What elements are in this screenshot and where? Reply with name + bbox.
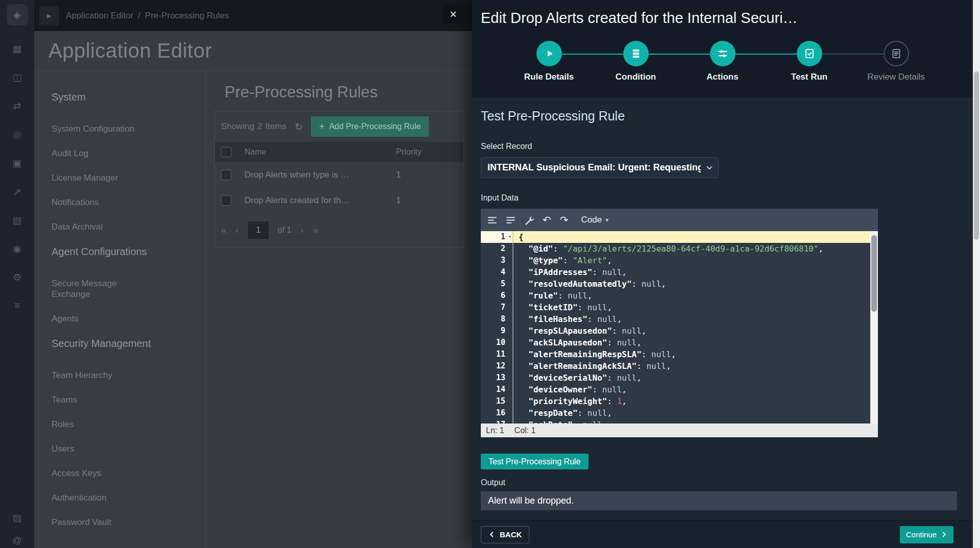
nav-item-notifications[interactable]: Notifications (52, 197, 146, 208)
code-line[interactable]: 4 "iPAddresses": null, (481, 266, 878, 278)
name-column-header[interactable]: Name (244, 147, 396, 157)
line-number: 13 (481, 372, 513, 384)
next-page-button[interactable]: › (301, 225, 304, 236)
items-count: 2 (257, 121, 262, 132)
record-select[interactable]: INTERNAL Suspicious Email: Urgent: Reque… (481, 157, 719, 178)
nav-item-system-configuration[interactable]: System Configuration (52, 123, 146, 134)
nav-item-teams[interactable]: Teams (52, 394, 146, 405)
step-condition[interactable]: Condition (593, 41, 679, 82)
section-heading: Test Pre-Processing Rule (481, 109, 957, 123)
rule-name-cell: Drop Alerts created for th… (244, 195, 396, 206)
step-review-details[interactable]: Review Details (853, 41, 940, 82)
nav-item-agents[interactable]: Agents (52, 313, 146, 324)
editor-scrollbar[interactable] (870, 231, 878, 424)
last-page-button[interactable]: » (313, 225, 318, 236)
priority-column-header[interactable]: Priority (396, 147, 457, 157)
code-line[interactable]: 5 "resolvedAutomatedly": null, (481, 278, 878, 290)
editor-mode-label: Code (581, 215, 602, 225)
sliders-icon (710, 41, 736, 66)
close-modal-button[interactable]: × (444, 5, 463, 24)
nav-item-data-archival[interactable]: Data Archival (52, 221, 146, 232)
user-groups-icon[interactable]: ≡ (13, 300, 22, 311)
code-line[interactable]: 15 "priorityWeight": 1, (481, 395, 878, 407)
code-line[interactable]: 17 "ackDate": null (481, 419, 878, 424)
redo-icon[interactable]: ↷ (560, 215, 569, 225)
code-line[interactable]: 14 "deviceOwner": null, (481, 384, 878, 395)
table-row[interactable]: Drop Alerts when type is …1 (215, 162, 463, 188)
app-logo[interactable]: ◈ (7, 4, 28, 26)
undo-icon[interactable]: ↶ (543, 215, 551, 225)
code-text: "@type": "Alert", (513, 255, 878, 266)
nav-item-audit-log[interactable]: Audit Log (52, 148, 146, 159)
queues-icon[interactable]: ◫ (13, 71, 22, 83)
chevron-left-icon (488, 531, 495, 538)
connectors-icon[interactable]: ◉ (13, 243, 22, 255)
audit-icon[interactable]: ▤ (12, 512, 22, 524)
nav-item-authentication[interactable]: Authentication (52, 492, 146, 503)
nav-item-access-keys[interactable]: Access Keys (52, 468, 146, 479)
line-number: 7 (481, 302, 513, 313)
repair-wrench-icon[interactable] (524, 215, 534, 225)
add-rule-button[interactable]: + Add Pre-Processing Rule (311, 116, 429, 137)
code-text: "deviceSerialNo": null, (513, 372, 878, 384)
widgets-icon[interactable]: ▤ (13, 214, 22, 226)
automation-icon[interactable]: ◎ (13, 129, 22, 140)
sidebar-toggle-button[interactable]: ▶ (39, 6, 59, 26)
code-line[interactable]: 9 "respSLApausedon": null, (481, 325, 878, 337)
code-text: "priorityWeight": 1, (513, 395, 878, 407)
editor-mode-select[interactable]: Code ▾ (581, 215, 609, 225)
refresh-icon[interactable]: ↻ (295, 121, 303, 133)
test-rule-button[interactable]: Test Pre-Processing Rule (481, 454, 589, 469)
row-checkbox[interactable] (221, 170, 231, 180)
code-line[interactable]: 12 "alertRemainingAckSLA": null, (481, 360, 878, 372)
rules-panel: Showing 2 Items ↻ + Add Pre-Processing R… (214, 111, 464, 247)
step-actions[interactable]: Actions (679, 41, 766, 82)
settings-icon[interactable]: ⚙ (13, 271, 22, 283)
current-page[interactable]: 1 (248, 221, 268, 239)
nav-item-license-manager[interactable]: License Manager (52, 172, 146, 183)
format-icon[interactable] (487, 215, 497, 225)
first-page-button[interactable]: « (221, 225, 227, 236)
icon-rail-items: ▦◫⇄◎▣↗▤◉⚙≡ (13, 43, 22, 311)
editor-scrollbar-thumb[interactable] (871, 235, 877, 312)
back-button[interactable]: BACK (481, 526, 529, 543)
left-icon-rail: ◈ ▦◫⇄◎▣↗▤◉⚙≡ ▤@ (0, 0, 34, 548)
compact-icon[interactable] (506, 215, 516, 225)
page-scrollbar-thumb[interactable] (974, 71, 979, 240)
code-line[interactable]: 8 "fileHashes": null, (481, 313, 878, 325)
breadcrumb-parent[interactable]: Application Editor (66, 11, 133, 21)
code-line[interactable]: 3 "@type": "Alert", (481, 255, 878, 266)
code-line[interactable]: 10 "ackSLApausedon": null, (481, 337, 878, 348)
code-line[interactable]: 7 "ticketID": null, (481, 302, 878, 313)
code-line[interactable]: 1▾{ (481, 231, 878, 243)
code-line[interactable]: 16 "respDate": null, (481, 407, 878, 419)
nav-item-password-vault[interactable]: Password Vault (52, 517, 146, 528)
code-line[interactable]: 2 "@id": "/api/3/alerts/2125ea80-64cf-40… (481, 243, 878, 255)
code-line[interactable]: 11 "alertRemainingRespSLA": null, (481, 348, 878, 360)
dashboard-icon[interactable]: ▦ (13, 43, 22, 55)
pagination: « ‹ 1 of 1 › » (215, 213, 463, 247)
page-title: Application Editor (48, 39, 212, 62)
step-rule-details[interactable]: Rule Details (506, 41, 593, 82)
code-line[interactable]: 6 "rule": null, (481, 290, 878, 302)
resources-icon[interactable]: ▣ (13, 157, 22, 169)
rules-content: Pre-Processing Rules Showing 2 Items ↻ +… (206, 71, 472, 548)
prev-page-button[interactable]: ‹ (236, 225, 239, 236)
step-test-run[interactable]: Test Run (766, 41, 853, 82)
page-scrollbar[interactable] (973, 0, 980, 548)
nav-item-team-hierarchy[interactable]: Team Hierarchy (52, 370, 146, 381)
table-row[interactable]: Drop Alerts created for th…1 (215, 188, 463, 213)
reports-icon[interactable]: ↗ (13, 186, 22, 197)
profile-icon[interactable]: @ (12, 535, 22, 546)
nav-item-secure-message-exchange[interactable]: Secure Message Exchange (52, 278, 146, 300)
routing-icon[interactable]: ⇄ (13, 100, 22, 112)
code-line[interactable]: 13 "deviceSerialNo": null, (481, 372, 878, 384)
row-checkbox[interactable] (221, 195, 231, 206)
select-all-checkbox[interactable] (221, 147, 231, 157)
chevron-right-icon (941, 531, 947, 538)
fold-arrow-icon[interactable]: ▾ (508, 231, 511, 242)
nav-item-users[interactable]: Users (52, 443, 146, 454)
code-area[interactable]: 1▾{2 "@id": "/api/3/alerts/2125ea80-64cf… (481, 231, 878, 424)
nav-item-roles[interactable]: Roles (52, 419, 146, 430)
continue-button[interactable]: Continue (900, 526, 953, 543)
